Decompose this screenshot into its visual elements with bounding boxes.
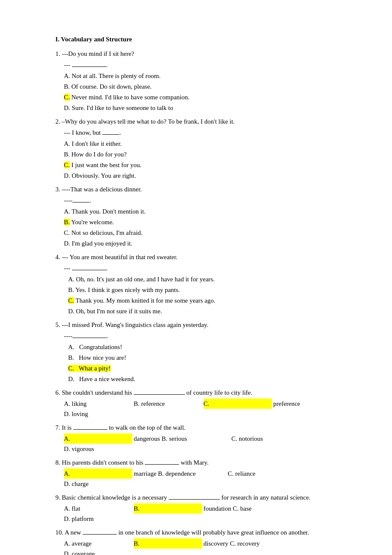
q10-text: 10. A new in one branch of knowledge wil… xyxy=(55,527,349,538)
q5-optA: A. Congratulations! xyxy=(68,342,349,352)
q8-options: A. marriage B. dependence C. reliance D.… xyxy=(64,468,349,489)
q4-optA: A. Oh, no. It's just an old one, and I h… xyxy=(68,274,349,284)
q4-sub: --- . xyxy=(64,263,349,273)
q5-text: 5. ---I missed Prof. Wang's linguistics … xyxy=(55,320,349,330)
question-9: 9. Basic chemical knowledge is a necessa… xyxy=(55,492,349,524)
q2-text: 2. –Why do you always tell me what to do… xyxy=(55,116,349,127)
q9-optD: D. platform xyxy=(64,514,132,524)
q10-optA: A. average xyxy=(64,538,132,549)
q5-optD: D. Have a nice weekend. xyxy=(68,374,349,384)
q8-optD: D. charge xyxy=(64,479,132,489)
q4-text: 4. --- You are most beautiful in that re… xyxy=(55,252,349,262)
q8-optB: B. dependence xyxy=(158,468,226,479)
q1-optD: D. Sure. I'd like to have someone to tal… xyxy=(64,103,349,113)
q10-optC: C. recovery xyxy=(230,538,298,549)
q3-optB: B. You're welcome. xyxy=(64,217,349,227)
q10-optB: B. discovery xyxy=(134,538,228,549)
q2-sub: --- I know, but . xyxy=(64,127,349,138)
section-title: I. Vocabulary and Structure xyxy=(55,34,349,44)
question-8: 8. His parents didn't consent to his wit… xyxy=(55,457,349,489)
question-10: 10. A new in one branch of knowledge wil… xyxy=(55,527,349,555)
q10-options: A. average B. discovery C. recovery D. c… xyxy=(64,538,349,555)
q9-optC: C. base xyxy=(233,503,301,514)
q7-options: A. dangerous B. serious C. notorious D. … xyxy=(64,434,349,454)
q2-optA: A. I don't like it either. xyxy=(64,139,349,149)
q1-optA: A. Not at all. There is plenty of room. xyxy=(64,71,349,81)
q3-sub: ----. xyxy=(64,195,349,205)
q8-optC: C. reliance xyxy=(228,468,296,479)
q4-optB: B. Yes. I think it goes nicely with my p… xyxy=(68,285,349,295)
q2-optD: D. Obviously. You are right. xyxy=(64,171,349,181)
q9-options: A. flat B. foundation C. base D. platfor… xyxy=(64,503,349,524)
q8-optA: A. marriage xyxy=(64,468,156,479)
q5-sub: ----. xyxy=(64,331,349,341)
question-1: 1. ---Do you mind if I sit here? --- . A… xyxy=(55,49,349,113)
q7-optB: B. serious xyxy=(161,434,230,444)
q6-options: A. liking B. reference C. preference D. … xyxy=(64,399,349,419)
q7-optD: D. vigorous xyxy=(64,444,132,454)
q6-optA: A. liking xyxy=(64,399,132,409)
q2-optC: C. I just want the best for you. xyxy=(64,160,349,170)
q4-optD: D. Oh, but I'm not sure if it suits me. xyxy=(68,306,349,316)
question-5: 5. ---I missed Prof. Wang's linguistics … xyxy=(55,320,349,384)
q6-optC: C. preference xyxy=(204,399,300,409)
question-3: 3. ----That was a delicious dinner. ----… xyxy=(55,184,349,249)
q6-optD: D. loving xyxy=(64,409,132,419)
q9-text: 9. Basic chemical knowledge is a necessa… xyxy=(55,492,349,503)
q2-optB: B. How do I do for you? xyxy=(64,149,349,159)
question-7: 7. It is to walk on the top of the wall.… xyxy=(55,422,349,454)
q3-optC: C. Not so delicious, I'm afraid. xyxy=(64,228,349,238)
q5-optB: B. How nice you are! xyxy=(68,353,349,363)
q8-text: 8. His parents didn't consent to his wit… xyxy=(55,457,349,468)
q1-optB: B. Of course. Do sit down, please. xyxy=(64,81,349,92)
q7-optC: C. notorious xyxy=(231,434,300,444)
question-4: 4. --- You are most beautiful in that re… xyxy=(55,252,349,316)
q1-sub: --- . xyxy=(64,60,349,70)
q3-optD: D. I'm glad you enjoyed it. xyxy=(64,238,349,249)
q6-optB: B. reference xyxy=(134,399,202,409)
q9-optB: B. foundation xyxy=(134,503,231,514)
q4-optC: C. Thank you. My mom knitted it for me s… xyxy=(68,295,349,306)
q1-optC: C. Never mind. I'd like to have some com… xyxy=(64,92,349,102)
q1-text: 1. ---Do you mind if I sit here? xyxy=(55,49,349,59)
q5-optC: C. What a pity! xyxy=(68,363,349,373)
question-2: 2. –Why do you always tell me what to do… xyxy=(55,116,349,181)
q7-optA: A. dangerous xyxy=(64,434,160,444)
q10-optD: D. coverage xyxy=(64,549,132,555)
question-6: 6. She couldn't understand his of countr… xyxy=(55,387,349,419)
q9-optA: A. flat xyxy=(64,503,132,514)
q6-text: 6. She couldn't understand his of countr… xyxy=(55,387,349,398)
q3-optA: A. Thank you. Don't mention it. xyxy=(64,206,349,217)
q7-text: 7. It is to walk on the top of the wall. xyxy=(55,422,349,433)
q3-text: 3. ----That was a delicious dinner. xyxy=(55,184,349,194)
